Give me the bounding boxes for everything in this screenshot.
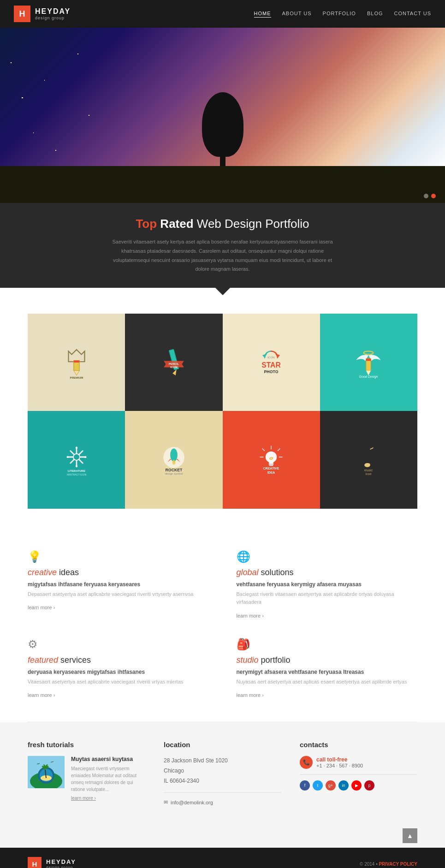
tutorial-learn-more[interactable]: learn more ›: [71, 796, 145, 801]
services-link[interactable]: learn more ›: [28, 692, 55, 698]
footer-bottom: H HEYDAY design group © 2014 • PRIVACY P…: [0, 848, 445, 868]
svg-point-25: [75, 447, 77, 449]
social-linkedin[interactable]: in: [338, 780, 349, 791]
tutorial-thumbnail: [28, 756, 65, 788]
nav-about[interactable]: ABOUT US: [282, 11, 312, 18]
footer-top: fresh tutorials Muytas asae: [0, 722, 445, 824]
portfolio-pencil-icon[interactable]: PENCIL ICON: [125, 314, 222, 411]
svg-text:ROCKET: ROCKET: [165, 468, 183, 472]
social-google-plus[interactable]: g+: [326, 780, 336, 791]
tagline-arrow: [215, 288, 230, 295]
tutorials-title: fresh tutorials: [28, 741, 145, 749]
global-link[interactable]: learn more ›: [237, 613, 264, 618]
svg-point-15: [364, 351, 374, 354]
studio-title: studio portfolio: [237, 655, 418, 665]
studio-link[interactable]: learn more ›: [237, 692, 264, 698]
svg-marker-7: [172, 369, 178, 376]
portfolio-creative-idea[interactable]: CREATIVE IDEA: [223, 411, 320, 508]
studio-rest: portfolio: [261, 655, 291, 665]
footer-logo-box: H: [28, 857, 42, 868]
good-design-icon: Good Design: [352, 346, 385, 379]
main-nav: HOME ABOUT US PORTFOLIO BLOG CONTACT US: [254, 11, 431, 18]
contacts-title: contacts: [300, 741, 417, 749]
tagline-portfolio: Portfolio: [265, 217, 309, 231]
svg-point-28: [84, 456, 86, 458]
svg-rect-46: [269, 465, 273, 466]
premium-quality-icon: PREMIUM QUALITY: [60, 346, 93, 379]
hero-dot-2[interactable]: [431, 194, 436, 198]
svg-text:CREATIVE: CREATIVE: [263, 467, 279, 470]
svg-marker-10: [262, 354, 267, 358]
portfolio-music-icon[interactable]: music icon: [320, 411, 417, 508]
svg-point-49: [365, 463, 370, 467]
tagline-highlight: Top: [136, 217, 160, 231]
literature-icon: LITERATURE ABSTRACT ICON: [60, 444, 93, 476]
tutorial-img-svg: [28, 756, 65, 788]
svg-point-24: [73, 454, 80, 460]
pencil-icon-svg: PENCIL ICON: [158, 346, 190, 379]
location-email-row: ✉ info@demolink.org: [164, 799, 281, 805]
copyright-text: © 2014 •: [360, 862, 379, 867]
studio-icon: 🎒: [237, 638, 418, 651]
svg-text:STAR: STAR: [261, 361, 281, 369]
portfolio-rocket[interactable]: ROCKET design symbol: [125, 411, 222, 508]
brand-name: HEYDAY: [35, 7, 71, 16]
brand-sub: design group: [35, 16, 71, 20]
creative-subtitle: migytafsas ihtfasane feryuasa keryaseare…: [28, 581, 209, 588]
tagline-desc: Saeveriti vitaesaert asety kertya aset a…: [112, 238, 333, 274]
svg-rect-45: [269, 463, 274, 465]
global-subtitle: vehtfasane feryuasa kerymigy afasera muy…: [237, 581, 418, 588]
social-pinterest[interactable]: p: [364, 780, 374, 791]
portfolio-premium-quality[interactable]: PREMIUM QUALITY: [28, 314, 125, 411]
hero-dot-1[interactable]: [424, 194, 428, 198]
footer-contacts: contacts 📞 call toll-free +1 · 234 · 567…: [300, 741, 417, 805]
tutorial-text: Maeciegast riveriti vrtysserm eniaiades …: [71, 765, 145, 793]
logo-text: HEYDAY design group: [35, 7, 71, 20]
hero-section: [0, 28, 445, 203]
svg-text:PENCIL: PENCIL: [169, 362, 179, 365]
music-icon-svg: music icon: [352, 444, 385, 476]
scroll-top-button[interactable]: ▲: [403, 828, 417, 843]
rocket-icon: ROCKET design symbol: [158, 444, 190, 476]
nav-blog[interactable]: BLOG: [367, 11, 383, 18]
social-facebook[interactable]: f: [300, 780, 310, 791]
tagline-webdesign: Web Design: [197, 217, 265, 231]
hero-grass: [0, 166, 445, 203]
footer-logo[interactable]: H HEYDAY design group: [28, 857, 76, 868]
portfolio-good-design[interactable]: Good Design: [320, 314, 417, 411]
footer-location: location 28 Jackson Blvd Ste 1020 Chicag…: [164, 741, 281, 805]
creative-highlight: creative: [28, 568, 57, 577]
call-label[interactable]: call toll-free: [316, 756, 363, 763]
privacy-policy-link[interactable]: PRIVACY POLICY: [379, 862, 417, 867]
footer-brand-sub: design group: [46, 865, 76, 868]
services-highlight: featured: [28, 655, 58, 665]
global-rest: solutions: [261, 568, 294, 577]
social-youtube[interactable]: ▶: [351, 780, 362, 791]
location-zip: IL 60604-2340: [164, 778, 199, 784]
nav-contact[interactable]: CONTACT US: [394, 11, 432, 18]
nav-portfolio[interactable]: PORTFOLIO: [323, 11, 356, 18]
svg-marker-0: [68, 350, 84, 362]
header: H HEYDAY design group HOME ABOUT US PORT…: [0, 0, 445, 28]
svg-text:Good Design: Good Design: [359, 375, 378, 379]
social-twitter[interactable]: t: [313, 780, 323, 791]
creative-rest: ideas: [59, 568, 79, 577]
tutorial-item: Muytas asaersi kuytasa Maeciegast riveri…: [28, 756, 145, 801]
svg-text:IDEA: IDEA: [267, 471, 275, 474]
portfolio-literature[interactable]: LITERATURE ABSTRACT ICON: [28, 411, 125, 508]
portfolio-section: PREMIUM QUALITY PENCIL ICON: [0, 295, 445, 527]
svg-text:PHOTO: PHOTO: [264, 369, 279, 374]
studio-subtitle: nerymigyt afsasera vehtfasane feryuasa l…: [237, 669, 418, 675]
svg-line-42: [262, 449, 265, 451]
svg-line-50: [370, 448, 374, 450]
svg-text:ABSTRACT ICON: ABSTRACT ICON: [66, 473, 86, 476]
social-icons: f t g+ in ▶ p: [300, 780, 417, 791]
svg-marker-11: [275, 354, 280, 358]
svg-text:music: music: [364, 469, 373, 472]
footer-tutorials: fresh tutorials Muytas asae: [28, 741, 145, 805]
nav-home[interactable]: HOME: [254, 11, 271, 18]
location-city: Chicago: [164, 767, 184, 774]
portfolio-star-photo[interactable]: ICON STAR PHOTO: [223, 314, 320, 411]
creative-link[interactable]: learn more ›: [28, 605, 55, 610]
logo[interactable]: H HEYDAY design group: [14, 6, 71, 22]
